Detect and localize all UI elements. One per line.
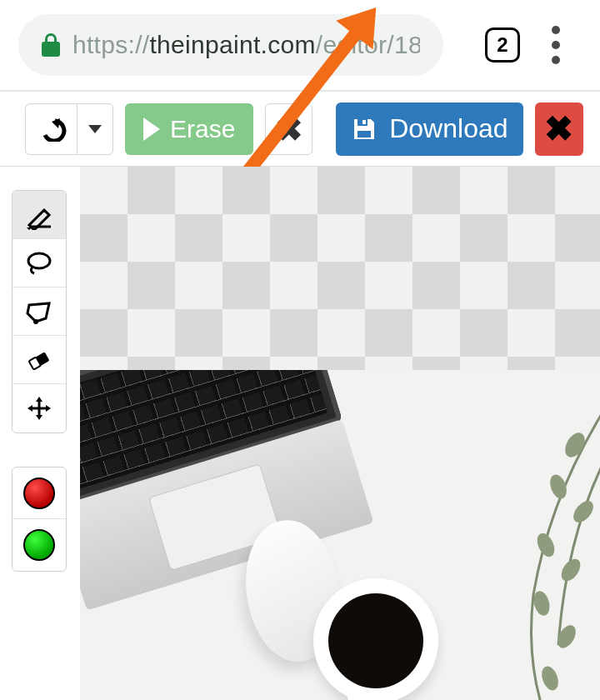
erase-label: Erase [170,115,235,143]
polygon-lasso-tool[interactable] [12,288,66,336]
canvas[interactable] [80,167,600,700]
workspace [0,167,600,700]
close-editor-button[interactable]: ✖ [535,102,583,156]
mask-color-palette [12,467,67,572]
svg-point-10 [547,472,569,501]
erase-button[interactable]: Erase [125,103,253,155]
download-button[interactable]: Download [336,102,522,156]
red-dot-icon [23,478,55,509]
mask-color-green[interactable] [12,519,66,571]
move-tool[interactable] [12,384,66,432]
svg-point-16 [538,664,561,692]
eraser-tool[interactable] [12,336,66,384]
lock-icon [42,33,59,57]
polygon-icon [24,297,54,327]
chevron-down-icon [88,125,102,133]
svg-point-4 [33,319,38,324]
browser-menu-button[interactable] [552,26,560,64]
close-icon: ✖ [544,112,573,147]
svg-point-12 [534,531,558,560]
save-icon [351,116,378,142]
undo-button[interactable] [25,103,77,155]
eraser-icon [25,346,53,374]
move-icon [25,394,53,422]
photo-coffee-cup [313,578,438,700]
tab-count-button[interactable]: 2 [485,28,520,62]
browser-address-bar: https://theinpaint.com/editor/181 2 [0,0,600,90]
url-host: theinpaint.com [149,31,315,58]
tool-palette [12,190,67,433]
play-icon [143,118,160,141]
tab-count-value: 2 [497,33,508,57]
green-dot-icon [23,529,55,561]
marker-icon [24,200,54,230]
undo-history-dropdown[interactable] [77,103,113,155]
undo-split-button [25,103,113,155]
lasso-tool[interactable] [12,239,66,288]
url-scheme: https:// [72,31,149,58]
mask-color-red[interactable] [12,468,66,519]
svg-rect-1 [362,120,366,124]
photo-layer [80,370,600,700]
svg-point-11 [569,498,597,527]
lasso-icon [24,248,54,278]
photo-plant [450,395,600,700]
svg-rect-0 [358,131,371,138]
marker-tool[interactable] [12,191,66,239]
download-label: Download [389,113,508,144]
undo-icon [37,117,67,142]
